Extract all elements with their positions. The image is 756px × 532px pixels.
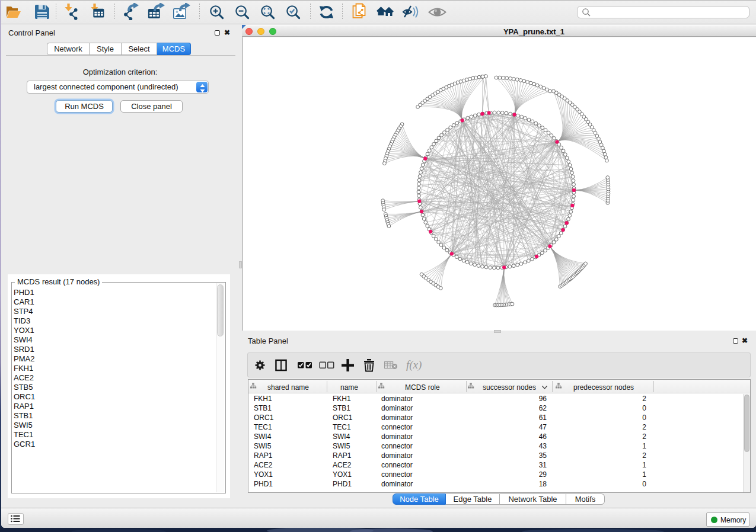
svg-text:f(x): f(x) — [406, 358, 422, 371]
